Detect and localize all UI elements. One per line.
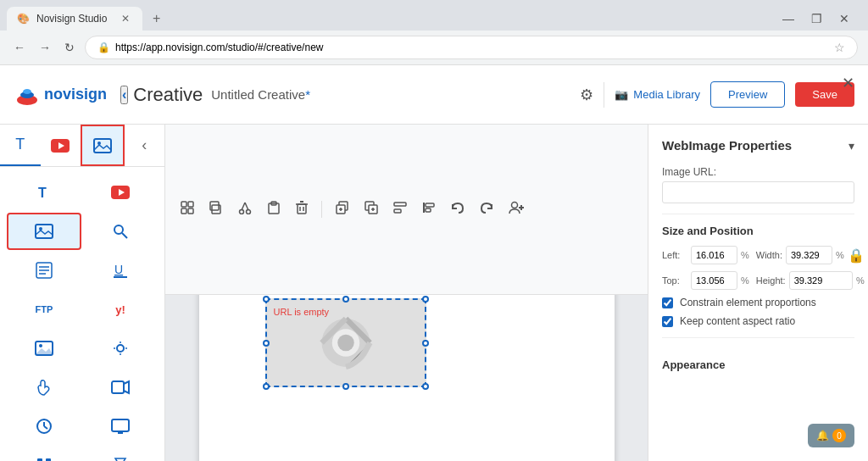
appearance-section: Appearance <box>662 348 854 380</box>
back-to-creative-button[interactable]: ‹ <box>120 86 128 104</box>
widget-gesture[interactable] <box>7 369 81 406</box>
widget-apps[interactable] <box>7 447 81 461</box>
svg-line-58 <box>242 203 245 210</box>
tab-webimage[interactable] <box>81 125 125 166</box>
panel-collapse-button[interactable]: ▾ <box>849 139 854 153</box>
svg-point-22 <box>117 345 124 352</box>
handle-top-middle[interactable] <box>342 296 349 303</box>
left-input[interactable] <box>691 246 737 264</box>
tab-youtube[interactable] <box>41 125 81 166</box>
maximize-button[interactable]: ❐ <box>806 10 827 27</box>
tab-favicon: 🎨 <box>17 13 30 25</box>
constrain-checkbox[interactable] <box>662 297 673 308</box>
widget-search[interactable] <box>83 213 158 250</box>
svg-text:U: U <box>114 263 123 276</box>
logo: novisign <box>14 81 107 108</box>
redo-button[interactable] <box>475 197 498 221</box>
back-button[interactable]: ← <box>10 37 29 58</box>
height-input[interactable] <box>789 271 853 290</box>
svg-rect-51 <box>188 202 193 207</box>
widget-text[interactable]: T <box>7 174 81 211</box>
app-header: novisign ‹ Creative Untitled Creative* ⚙… <box>0 65 868 125</box>
svg-rect-53 <box>188 208 193 214</box>
bring-front-button[interactable] <box>331 197 354 221</box>
canvas-wrapper: URL is empty <box>165 295 648 462</box>
close-window-button[interactable]: ✕ <box>834 10 854 27</box>
widget-clock[interactable] <box>7 408 81 445</box>
minimize-button[interactable]: — <box>777 10 799 27</box>
left-unit: % <box>741 250 749 260</box>
widget-underline[interactable]: U <box>83 252 158 289</box>
widget-youtube[interactable] <box>83 174 158 211</box>
add-user-button[interactable] <box>504 197 529 221</box>
handle-bottom-left[interactable] <box>263 383 270 390</box>
widget-image[interactable] <box>7 330 81 367</box>
paste-button[interactable] <box>262 197 286 221</box>
widget-video[interactable] <box>83 369 158 406</box>
close-header-button[interactable]: ✕ <box>842 74 854 92</box>
svg-rect-52 <box>181 208 186 214</box>
bookmark-button[interactable]: ☆ <box>834 41 845 54</box>
svg-line-59 <box>245 203 248 210</box>
widget-yelp[interactable]: y! <box>83 291 158 328</box>
svg-rect-31 <box>112 419 129 431</box>
panel-title: WebImage Properties <box>662 138 792 153</box>
widget-hourglass[interactable] <box>83 447 158 461</box>
settings-button[interactable]: ⚙ <box>580 86 593 104</box>
forward-button[interactable]: → <box>36 37 54 58</box>
svg-line-30 <box>44 426 47 429</box>
handle-top-left[interactable] <box>263 296 270 303</box>
delete-button[interactable] <box>291 197 313 221</box>
copy-button[interactable] <box>204 197 228 221</box>
page-title: Creative <box>133 84 203 106</box>
top-field: Top: % <box>662 271 749 290</box>
top-input[interactable] <box>691 271 737 290</box>
widget-weather[interactable] <box>83 330 158 367</box>
handle-top-right[interactable] <box>422 296 429 303</box>
browser-tab[interactable]: 🎨 Novisign Studio ✕ <box>7 7 142 31</box>
widgets-tab-icon: T <box>15 136 25 153</box>
svg-rect-78 <box>426 203 434 207</box>
address-input[interactable] <box>115 42 829 53</box>
undo-button[interactable] <box>446 197 470 221</box>
appearance-title: Appearance <box>662 358 725 371</box>
tab-collapse[interactable]: ‹ <box>125 125 165 166</box>
media-library-button[interactable]: 📷 Media Library <box>615 88 700 101</box>
constrain-proportions-row: Constrain element proportions <box>662 297 854 308</box>
tab-close-button[interactable]: ✕ <box>119 12 132 25</box>
align-left-button[interactable] <box>388 197 412 221</box>
tab-widgets[interactable]: T <box>0 125 41 166</box>
webimage-element[interactable]: URL is empty <box>265 298 426 387</box>
notification-badge[interactable]: 🔔 0 <box>808 424 854 447</box>
image-url-label: Image URL: <box>662 166 854 178</box>
handle-middle-left[interactable] <box>263 340 270 347</box>
align-right-button[interactable] <box>417 197 441 221</box>
widget-screen[interactable] <box>83 408 158 445</box>
svg-point-21 <box>39 344 42 347</box>
left-toolbar: T ‹ T <box>0 125 165 461</box>
top-unit: % <box>741 275 749 286</box>
handle-middle-right[interactable] <box>422 340 429 347</box>
new-tab-button[interactable]: + <box>146 8 167 30</box>
image-url-input[interactable] <box>662 181 854 203</box>
handle-bottom-middle[interactable] <box>342 383 349 390</box>
widget-webimage[interactable] <box>7 213 81 250</box>
width-input[interactable] <box>786 246 832 264</box>
left-field: Left: % <box>662 246 749 264</box>
widget-ftp[interactable]: FTP <box>7 291 81 328</box>
height-unit: % <box>856 275 865 286</box>
handle-bottom-right[interactable] <box>422 383 429 390</box>
main-layout: T ‹ T <box>0 125 868 461</box>
aspect-ratio-checkbox[interactable] <box>662 316 673 327</box>
width-unit: % <box>836 250 844 260</box>
widget-grid: T U FTP <box>0 167 164 461</box>
logo-text: novisign <box>44 86 107 103</box>
cut-button[interactable] <box>233 197 257 221</box>
top-label: Top: <box>662 275 687 286</box>
grid-button[interactable] <box>175 197 199 221</box>
preview-button[interactable]: Preview <box>710 81 785 108</box>
send-back-button[interactable] <box>359 197 383 221</box>
reload-button[interactable]: ↻ <box>61 37 78 58</box>
canvas[interactable]: URL is empty <box>199 295 615 462</box>
widget-ticker[interactable] <box>7 252 81 289</box>
